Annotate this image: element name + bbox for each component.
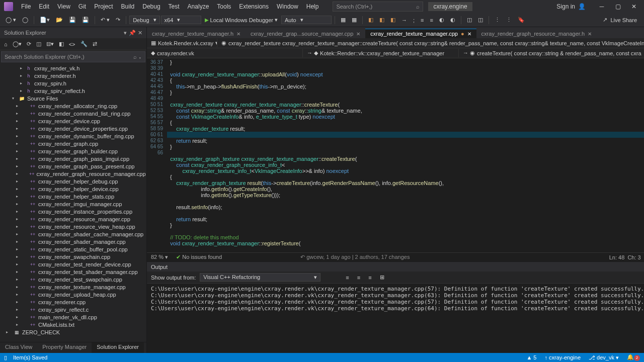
tool-icon[interactable]: ◫ [464, 15, 474, 25]
tool-icon[interactable]: ⊞ [378, 273, 386, 282]
tree-file[interactable]: ▸hcxray_renderer.h [0, 72, 146, 79]
dropdown-icon[interactable]: ▾ [124, 30, 127, 36]
notifications[interactable]: 🔔2 [627, 354, 640, 361]
tree-file[interactable]: ▸++cxray_render_device.cpp [0, 117, 146, 125]
menu-window[interactable]: Window [273, 1, 302, 12]
forward-button[interactable]: ◯ [20, 15, 31, 25]
tree-folder[interactable]: ▾📁Source Files [0, 95, 146, 102]
tool-icon[interactable]: → [399, 16, 410, 25]
minimize-button[interactable]: ─ [594, 0, 610, 13]
tree-file[interactable]: ▸++cxray_render_allocator_ring.cpp [0, 102, 146, 110]
branch-name[interactable]: ⎇ dev_vk ▾ [589, 354, 619, 361]
menu-view[interactable]: View [53, 1, 74, 12]
home-icon[interactable]: ⌂ [2, 40, 10, 49]
tree-file[interactable]: ▸++cxray_render_resource_manager.cpp [0, 215, 146, 223]
menu-test[interactable]: Test [165, 1, 184, 12]
menu-tools[interactable]: Tools [213, 1, 235, 12]
tool-icon[interactable]: ; [411, 16, 417, 25]
close-icon[interactable]: ✕ [138, 30, 142, 36]
tool-icon[interactable]: ≡ [428, 16, 436, 25]
crumb-file[interactable]: ◆ cxray.render.vk [147, 49, 303, 57]
tree-file[interactable]: ▸++cxray_render_shader_manager.cpp [0, 238, 146, 245]
scope-selector[interactable]: ◉ cxray_render_texture cxray_render_text… [217, 39, 644, 47]
platform-dropdown[interactable]: x64▾ [161, 16, 201, 24]
open-button[interactable]: 📂 [53, 15, 65, 25]
tool-icon[interactable]: ≡ [418, 16, 426, 25]
tree-file[interactable]: ▸++cxray_render_helper_device.cpp [0, 185, 146, 193]
tool-icon[interactable]: <> [67, 40, 77, 49]
tree-file[interactable]: ▸hcxray_render_vk.h [0, 64, 146, 72]
tool-icon[interactable]: ⊟▾ [44, 39, 56, 49]
tree-file[interactable]: ▸++CMakeLists.txt [0, 321, 146, 328]
tree-file[interactable]: ▸++cxray_render_graph_builder.cpp [0, 147, 146, 155]
undo-button[interactable]: ↶ ▾ [98, 15, 112, 25]
save-all-button[interactable]: 💾 [79, 15, 92, 25]
output-source-dropdown[interactable]: Visual C++ Refactoring▾ [200, 273, 320, 282]
code-area[interactable]: } void cxray_render_texture_manager::upl… [167, 58, 644, 252]
menu-project[interactable]: Project [90, 1, 117, 12]
crumb-class[interactable]: → ◆ Kotek::Render::vk::cxray_render_text… [303, 49, 459, 57]
menu-git[interactable]: Git [74, 1, 90, 12]
tree-file[interactable]: ▸++cxray_render_graph_pass_imgui.cpp [0, 155, 146, 162]
tree-file[interactable]: ▸++cxray_render_graph_resource_manager.c… [0, 170, 146, 177]
tool-icon[interactable]: ◐ [437, 15, 447, 25]
new-file-button[interactable]: 📄▾ [37, 15, 52, 25]
quick-search[interactable]: Search (Ctrl+,) ⌕ [333, 2, 423, 12]
output-text[interactable]: C:\Users\user\cxray-engine\engine\cxray.… [147, 284, 644, 353]
editor-tab[interactable]: cxray_render_grap...source_manager.cpp ✕ [246, 29, 365, 38]
project-selector[interactable]: ▦ Kotek.Render.vk.cxray ▾ [147, 39, 217, 47]
maximize-button[interactable]: ▢ [610, 0, 626, 13]
tool-icon[interactable]: 🔖 [515, 15, 527, 25]
tree-file[interactable]: ▸hcxray_spirv.h [0, 79, 146, 87]
pin-icon[interactable]: 📌 [129, 30, 136, 36]
tool-icon[interactable]: ≡ [355, 273, 362, 282]
crumb-method[interactable]: → ◉ createTexture( const cxray::string &… [459, 49, 644, 57]
start-debug-button[interactable]: ▶ Local Windows Debugger ▾ [202, 15, 280, 25]
error-count[interactable]: ▲ 5 [526, 354, 536, 360]
tree-file[interactable]: ▸++cxray_render_shader_cache_manager.cpp [0, 230, 146, 238]
repo-name[interactable]: ↑ cxray-engine [544, 354, 581, 360]
tree-file[interactable]: ▸++cxray_render_resource_view_heap.cpp [0, 223, 146, 230]
tree-file[interactable]: ▸++cxray_render_test_render_device.cpp [0, 260, 146, 268]
close-button[interactable]: ✕ [626, 0, 642, 13]
tool-icon[interactable]: ◧ [388, 15, 398, 25]
solution-tree[interactable]: ▸hcxray_render_vk.h▸hcxray_renderer.h▸hc… [0, 63, 146, 342]
tool-icon[interactable]: ◐ [448, 15, 458, 25]
menu-help[interactable]: Help [302, 1, 323, 12]
tool-icon[interactable]: ▦ [349, 15, 359, 25]
tree-file[interactable]: ▸++cxray_render_test_swapchain.cpp [0, 276, 146, 283]
tool-icon[interactable]: ◧ [366, 15, 376, 25]
tool-icon[interactable]: ◧ [377, 15, 387, 25]
tool-icon[interactable]: ◫ [34, 39, 43, 49]
editor-tab[interactable]: cxray_render_texture_manager.cpp ● ✕ [365, 29, 476, 38]
menu-analyze[interactable]: Analyze [184, 1, 213, 12]
auto-dropdown[interactable]: Auto▾ [281, 16, 332, 24]
code-editor[interactable]: 36 37 38 39 40 41 42 43 44 45 46 47 48 4… [147, 58, 644, 252]
tool-icon[interactable]: ⟳ [25, 39, 33, 49]
panel-tab[interactable]: Class View [0, 342, 37, 353]
tool-icon[interactable]: ⋮ [504, 15, 514, 25]
tool-icon[interactable]: ◯▾ [11, 39, 24, 49]
menu-extensions[interactable]: Extensions [235, 1, 273, 12]
tree-file[interactable]: ▸++cxray_render_helper_debug.cpp [0, 177, 146, 185]
issues-status[interactable]: ✔ No issues found [176, 254, 222, 260]
panel-tab[interactable]: Property Manager [37, 342, 92, 353]
tree-file[interactable]: ▸++cxray_render_device_properties.cpp [0, 125, 146, 132]
tree-file[interactable]: ▸++cxray_render_dynamic_buffer_ring.cpp [0, 132, 146, 140]
tree-file[interactable]: ▸++cxray_render_imgui_manager.cpp [0, 200, 146, 208]
save-button[interactable]: 💾 [66, 15, 78, 25]
redo-button[interactable]: ↷ [113, 15, 123, 25]
tool-icon[interactable]: ◫ [475, 15, 486, 25]
close-tab-icon[interactable]: ✕ [356, 31, 360, 37]
tool-icon[interactable]: ⇄ [91, 39, 99, 49]
sign-in-button[interactable]: Sign in👤 [551, 1, 591, 12]
tree-file[interactable]: ▸++cxray_render_texture_manager.cpp [0, 283, 146, 291]
tool-icon[interactable]: ▦ [338, 15, 348, 25]
close-tab-icon[interactable]: ✕ [236, 31, 240, 37]
config-dropdown[interactable]: Debug▾ [129, 16, 159, 24]
solution-search[interactable]: Search Solution Explorer (Ctrl+,) ⌕ ▾ [1, 51, 145, 62]
tree-file[interactable]: ▸++cxray_render_upload_heap.cpp [0, 291, 146, 298]
live-share-button[interactable]: ↗ Live Share [599, 16, 641, 24]
panel-tab[interactable]: Solution Explorer [92, 342, 144, 353]
zoom-level[interactable]: 82 % ▾ [151, 254, 168, 260]
